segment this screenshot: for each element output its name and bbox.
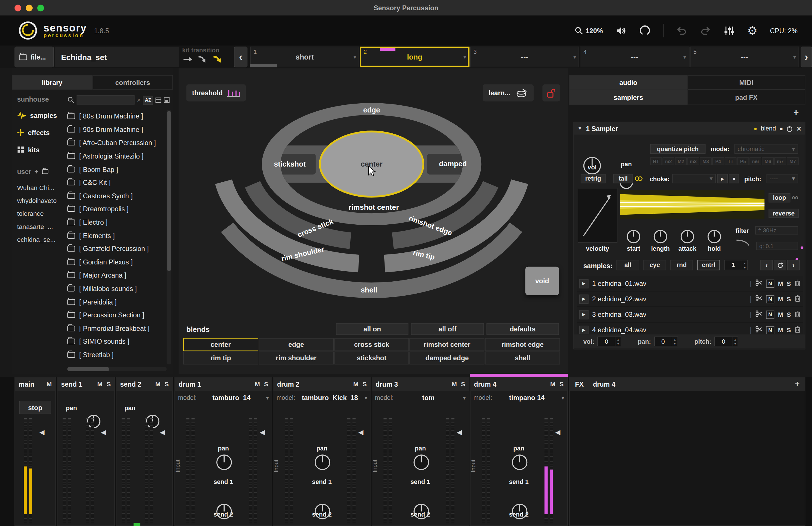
drum-pad[interactable]: edge stickshot damped center rimshot cen… <box>191 101 553 324</box>
set-name[interactable]: Echidna_set <box>55 47 179 67</box>
blend-zone-button[interactable]: edge <box>259 338 334 351</box>
blend-zone-button[interactable]: rimshot edge <box>485 338 560 351</box>
clear-search-icon[interactable]: × <box>137 96 141 104</box>
normalize-button[interactable]: N <box>766 279 774 288</box>
interval-button[interactable]: RT <box>650 157 662 165</box>
solo-button[interactable]: S <box>363 381 367 388</box>
mode-select[interactable]: chromatic ▾ <box>735 144 798 154</box>
folder-item[interactable]: [ Boom Bap ] <box>67 163 166 176</box>
kit-prev-button[interactable]: ‹ <box>234 47 247 67</box>
user-folder-icon[interactable] <box>42 169 49 174</box>
user-item[interactable]: whydoihaveto <box>17 197 57 210</box>
undo-button[interactable] <box>676 26 687 35</box>
kit-slot[interactable]: 3 --- ▾ <box>470 47 579 67</box>
fader-handle[interactable]: ◀ <box>160 428 165 436</box>
loop-button[interactable]: loop <box>769 193 790 203</box>
sample-solo-button[interactable]: S <box>787 295 791 302</box>
sample-row[interactable]: ▶ 1 echidna_01.wav | N M S <box>577 276 803 292</box>
solo-button[interactable]: S <box>164 381 169 388</box>
user-item[interactable]: Wuhan Chi... <box>17 184 57 197</box>
sample-mode-button[interactable]: cyc <box>643 260 666 270</box>
model-select[interactable]: model: tamburo_Kick_18 ▾ <box>274 391 371 404</box>
normalize-button[interactable]: N <box>766 295 774 303</box>
envelope-knob[interactable] <box>654 230 667 243</box>
zone-label-edge[interactable]: edge <box>363 106 380 114</box>
sample-play-button[interactable]: ▶ <box>579 325 589 334</box>
folder-item[interactable]: [ Castores Synth ] <box>67 189 166 202</box>
fader-handle[interactable]: ◀ <box>101 428 106 436</box>
lock-button[interactable] <box>542 84 560 102</box>
interval-button[interactable]: m3 <box>687 157 699 165</box>
step-down-icon[interactable]: ▾ <box>672 341 677 346</box>
model-select[interactable]: model: tom ▾ <box>372 391 469 404</box>
pan-stepper[interactable]: 0 ▴▾ <box>654 337 678 346</box>
sample-index-stepper[interactable]: 1 ▴ ▾ <box>724 260 748 270</box>
pitch-stepper[interactable]: 0 ▴▾ <box>714 337 738 346</box>
zoom-control[interactable]: 120% <box>574 26 603 35</box>
blend-zone-button[interactable]: center <box>183 338 258 351</box>
interval-button[interactable]: M6 <box>762 157 774 165</box>
next-sample-button[interactable]: › <box>787 260 799 270</box>
search-input[interactable] <box>77 95 135 105</box>
step-down-icon[interactable]: ▾ <box>742 265 747 270</box>
mixer-settings-button[interactable] <box>724 25 735 36</box>
zone-label-rimshot-center[interactable]: rimshot center <box>348 203 399 211</box>
solo-button[interactable]: S <box>107 381 111 388</box>
delete-sample-button[interactable] <box>795 279 801 288</box>
loop-infinite-toggle[interactable]: oo <box>792 195 798 200</box>
blend-mode-label[interactable]: blend <box>761 125 776 132</box>
fader-handle[interactable]: ◀ <box>555 428 561 436</box>
trim-scissors-button[interactable] <box>755 310 762 319</box>
preview-stop-button[interactable]: ■ <box>729 174 739 183</box>
quantize-pitch-button[interactable]: quantize pitch <box>650 144 706 154</box>
redo-button[interactable] <box>699 26 711 35</box>
horizontal-scrollbar[interactable] <box>67 367 166 371</box>
sample-mode-button[interactable]: rnd <box>670 260 693 270</box>
interval-button[interactable]: P4 <box>712 157 724 165</box>
folder-item[interactable]: [ SIMIO sounds ] <box>67 335 166 348</box>
kit-slot[interactable]: 2 long ▾ <box>360 47 469 67</box>
normalize-button[interactable]: N <box>766 326 774 334</box>
folder-item[interactable]: [ Electro ] <box>67 216 166 229</box>
step-up-icon[interactable]: ▴ <box>672 337 677 341</box>
defaults-button[interactable]: defaults <box>487 323 559 335</box>
interval-button[interactable]: TT <box>725 157 737 165</box>
tab-pad-fx[interactable]: pad FX <box>687 89 805 105</box>
zoom-window-button[interactable] <box>37 4 44 12</box>
step-down-icon[interactable]: ▾ <box>733 341 738 346</box>
trim-scissors-button[interactable] <box>755 326 762 334</box>
mute-button[interactable]: M <box>97 381 102 388</box>
volume-button[interactable] <box>615 26 627 35</box>
folder-item[interactable]: [ Afro-Cuban Percussion ] <box>67 136 166 150</box>
mute-button[interactable]: M <box>255 381 260 388</box>
sample-mode-button[interactable]: cntrl <box>697 260 720 270</box>
fader-handle[interactable]: ◀ <box>358 428 363 436</box>
transition-curve-arrow-active-icon[interactable] <box>212 56 224 63</box>
metronome-dial-button[interactable] <box>639 25 651 36</box>
transition-curve-arrow-icon[interactable] <box>197 56 208 63</box>
model-select[interactable]: model: timpano 14 ▾ <box>470 391 567 404</box>
folder-item[interactable]: [ Streetlab ] <box>67 348 166 361</box>
sidebar-item-samples[interactable]: samples <box>17 110 57 121</box>
all-on-button[interactable]: all on <box>336 323 409 335</box>
learn-button[interactable]: learn... <box>483 84 534 102</box>
zone-label-shell[interactable]: shell <box>361 286 377 294</box>
close-window-button[interactable] <box>15 4 21 12</box>
tab-samplers[interactable]: samplers <box>569 89 687 105</box>
pitch-select[interactable]: ---- ▾ <box>767 174 798 183</box>
mute-button[interactable]: M <box>452 381 457 388</box>
pan-knob[interactable] <box>512 454 527 470</box>
step-up-icon[interactable]: ▴ <box>733 337 738 341</box>
sample-mute-button[interactable]: M <box>778 280 783 287</box>
tab-midi[interactable]: MIDI <box>687 75 805 89</box>
sample-play-button[interactable]: ▶ <box>579 279 589 288</box>
trim-scissors-button[interactable] <box>755 279 762 288</box>
sample-play-button[interactable]: ▶ <box>579 294 589 304</box>
delete-sample-button[interactable] <box>795 326 801 334</box>
step-down-icon[interactable]: ▾ <box>616 341 621 346</box>
void-zone-button[interactable]: void <box>525 267 559 295</box>
sample-mute-button[interactable]: M <box>778 311 783 318</box>
blend-indicator-icon[interactable]: ● <box>754 125 757 132</box>
fader-handle[interactable]: ◀ <box>456 428 462 436</box>
lowpass-curve-icon[interactable] <box>736 238 753 247</box>
